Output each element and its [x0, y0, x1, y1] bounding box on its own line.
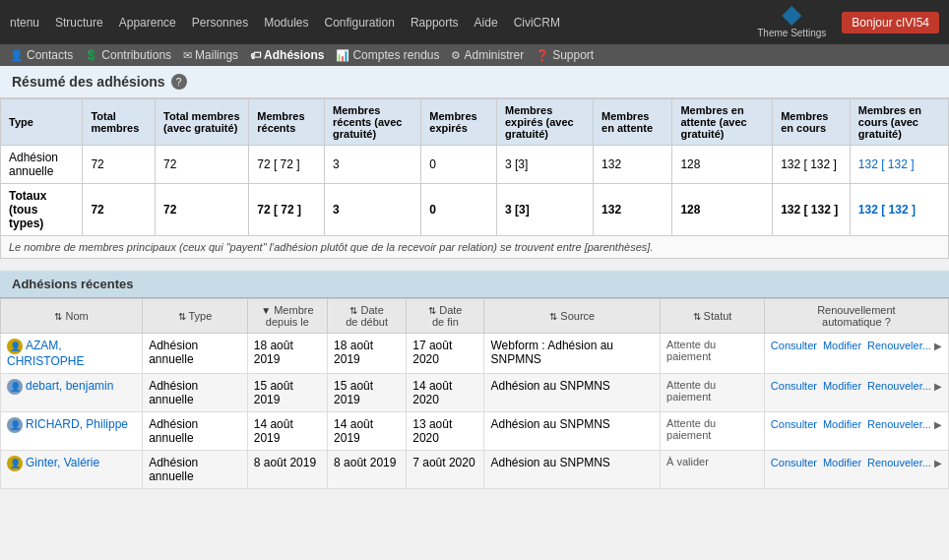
- subnav-mailings[interactable]: ✉ Mailings: [183, 48, 238, 62]
- row-total-gratuite: 72: [156, 146, 249, 184]
- subnav-contacts[interactable]: 👤 Contacts: [10, 48, 73, 62]
- nav-rapports[interactable]: Rapports: [411, 16, 459, 30]
- table-row: 👤AZAM, CHRISTOPHEAdhésion annuelle18 aoû…: [1, 334, 949, 374]
- modifier-link[interactable]: Modifier: [823, 380, 861, 392]
- totals-label: Totaux (tous types): [1, 184, 83, 236]
- summary-table: Type Total membres Total membres (avec g…: [0, 98, 949, 259]
- table-row: 👤debart, benjaminAdhésion annuelle15 aoû…: [1, 374, 949, 412]
- person-icon: 👤: [7, 339, 23, 354]
- modifier-link[interactable]: Modifier: [823, 340, 861, 351]
- contact-name-link[interactable]: RICHARD, Philippe: [26, 417, 128, 431]
- consulter-link[interactable]: Consulter: [771, 418, 817, 430]
- totals-total: 72: [83, 184, 156, 236]
- nav-contenu[interactable]: ntenu: [10, 16, 39, 30]
- row-debut: 8 août 2019: [328, 451, 407, 489]
- col-statut[interactable]: ⇅ Statut: [661, 299, 765, 334]
- modifier-link[interactable]: Modifier: [823, 457, 861, 468]
- sort-debut-icon: ⇅: [349, 305, 357, 316]
- col-date-fin[interactable]: ⇅ Datede fin: [407, 299, 484, 334]
- renouveler-button[interactable]: Renouveler... ▶: [867, 340, 942, 351]
- nav-configuration[interactable]: Configuration: [325, 16, 395, 30]
- row-statut: À valider: [661, 451, 765, 489]
- theme-settings[interactable]: Theme Settings: [757, 6, 826, 38]
- nav-aide[interactable]: Aide: [474, 16, 498, 30]
- row-fin: 7 août 2020: [407, 451, 484, 489]
- col-expires-gratuite: Membres expirés (avec gratuité): [497, 99, 594, 146]
- contact-name-link[interactable]: debart, benjamin: [26, 379, 113, 393]
- row-total: 72: [83, 146, 156, 184]
- sub-nav-bar: 👤 Contacts 💲 Contributions ✉ Mailings 🏷 …: [0, 44, 949, 66]
- adhesions-icon: 🏷: [250, 49, 261, 61]
- row-source: Adhésion au SNPMNS: [484, 451, 661, 489]
- person-icon: 👤: [7, 379, 23, 395]
- mailings-icon: ✉: [183, 49, 192, 62]
- subnav-comptes-rendus[interactable]: 📊 Comptes rendus: [336, 48, 439, 62]
- recent-section: Adhésions récentes ⇅ Nom ⇅ Type ▼ Membre…: [0, 271, 949, 489]
- row-actions: ConsulterModifierRenouveler... ▶: [764, 451, 948, 489]
- row-cours-gratuite[interactable]: 132 [ 132 ]: [850, 146, 948, 184]
- summary-section: Type Total membres Total membres (avec g…: [0, 98, 949, 259]
- consulter-link[interactable]: Consulter: [771, 457, 817, 468]
- totals-row: Totaux (tous types) 72 72 72 [ 72 ] 3 0 …: [1, 184, 949, 236]
- page-title: Résumé des adhésions: [12, 74, 165, 90]
- row-nom: 👤Ginter, Valérie: [1, 451, 143, 489]
- totals-expires: 0: [421, 184, 497, 236]
- col-cours-gratuite: Membres en cours (avec gratuité): [850, 99, 948, 146]
- col-nom[interactable]: ⇅ Nom: [1, 299, 143, 334]
- arrow-right-icon: ▶: [934, 381, 942, 392]
- row-recents-gratuite: 3: [325, 146, 421, 184]
- consulter-link[interactable]: Consulter: [771, 340, 817, 351]
- sort-nom-icon: ⇅: [54, 311, 62, 322]
- col-type-header[interactable]: ⇅ Type: [143, 299, 248, 334]
- page-title-bar: Résumé des adhésions ?: [0, 66, 949, 98]
- top-nav-bar: ntenu Structure Apparence Personnes Modu…: [0, 0, 949, 44]
- col-expires: Membres expirés: [421, 99, 497, 146]
- arrow-right-icon: ▶: [934, 458, 942, 468]
- row-source: Adhésion au SNPMNS: [484, 374, 661, 412]
- col-date-debut[interactable]: ⇅ Datede début: [328, 299, 407, 334]
- row-actions: ConsulterModifierRenouveler... ▶: [764, 412, 948, 451]
- modifier-link[interactable]: Modifier: [823, 418, 861, 430]
- nav-apparence[interactable]: Apparence: [119, 16, 176, 30]
- subnav-contributions[interactable]: 💲 Contributions: [85, 48, 171, 62]
- row-statut: Attente du paiement: [661, 374, 765, 412]
- contact-name-link[interactable]: Ginter, Valérie: [26, 456, 99, 469]
- table-row: 👤Ginter, ValérieAdhésion annuelle8 août …: [1, 451, 949, 489]
- renouveler-button[interactable]: Renouveler... ▶: [867, 380, 942, 392]
- nav-structure[interactable]: Structure: [55, 16, 103, 30]
- subnav-support[interactable]: ❓ Support: [536, 48, 594, 62]
- totals-cours-gratuite[interactable]: 132 [ 132 ]: [850, 184, 948, 236]
- row-depuis: 15 août 2019: [247, 374, 327, 412]
- row-depuis: 14 août 2019: [247, 412, 327, 451]
- row-type: Adhésion annuelle: [143, 451, 248, 489]
- row-debut: 15 août 2019: [328, 374, 407, 412]
- row-actions: ConsulterModifierRenouveler... ▶: [764, 374, 948, 412]
- row-cours: 132 [ 132 ]: [773, 146, 851, 184]
- col-membre-depuis[interactable]: ▼ Membredepuis le: [247, 299, 327, 334]
- subnav-adhesions[interactable]: 🏷 Adhésions: [250, 48, 324, 62]
- renouveler-button[interactable]: Renouveler... ▶: [867, 457, 942, 468]
- col-attente-gratuite: Membres en attente (avec gratuité): [672, 99, 773, 146]
- row-type: Adhésion annuelle: [1, 146, 83, 184]
- contributions-icon: 💲: [85, 49, 98, 62]
- totals-attente-gratuite: 128: [672, 184, 773, 236]
- note-row: Le nombre de membres principaux (ceux qu…: [1, 236, 949, 259]
- col-source[interactable]: ⇅ Source: [484, 299, 661, 334]
- consulter-link[interactable]: Consulter: [771, 380, 817, 392]
- bonjour-button[interactable]: Bonjour cIVI54: [842, 12, 939, 33]
- nav-modules[interactable]: Modules: [264, 16, 308, 30]
- subnav-administrer[interactable]: ⚙ Administrer: [451, 48, 524, 62]
- row-nom: 👤debart, benjamin: [1, 374, 143, 412]
- totals-attente: 132: [594, 184, 672, 236]
- row-recents: 72 [ 72 ]: [249, 146, 325, 184]
- row-fin: 14 août 2020: [407, 374, 484, 412]
- row-type: Adhésion annuelle: [143, 374, 248, 412]
- nav-civicrm[interactable]: CiviCRM: [514, 16, 560, 30]
- row-fin: 13 août 2020: [407, 412, 484, 451]
- nav-personnes[interactable]: Personnes: [192, 16, 248, 30]
- row-statut: Attente du paiement: [661, 412, 765, 451]
- row-attente-gratuite: 128: [672, 146, 773, 184]
- sort-depuis-icon: ▼: [261, 305, 271, 316]
- renouveler-button[interactable]: Renouveler... ▶: [867, 418, 942, 430]
- help-icon[interactable]: ?: [171, 74, 187, 90]
